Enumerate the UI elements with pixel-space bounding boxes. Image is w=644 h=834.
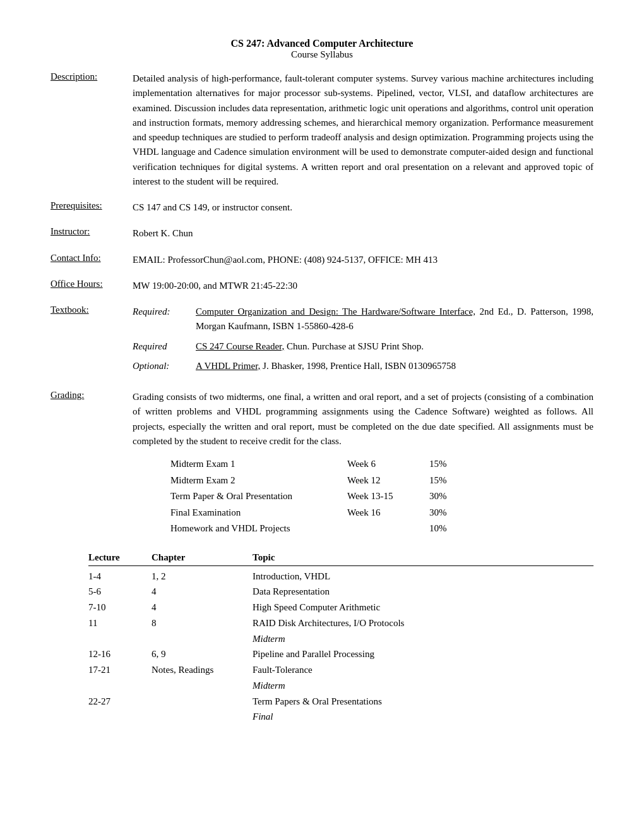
lecture-topic: Midterm (253, 631, 593, 647)
prerequisites-label: Prerequisites: (51, 200, 133, 211)
grading-pct: 10% (429, 521, 461, 537)
lecture-chapter: 8 (152, 615, 253, 631)
lecture-col-header: Lecture (88, 552, 152, 563)
office-hours-text: MW 19:00-20:00, and MTWR 21:45-22:30 (133, 279, 593, 293)
grading-item: Term Paper & Oral Presentation (170, 488, 322, 505)
grading-item: Final Examination (170, 505, 322, 521)
lecture-topic: Pipeline and Parallel Processing (253, 646, 593, 662)
contact-label: Contact Info: (51, 253, 133, 263)
grading-row: Homework and VHDL Projects 10% (170, 521, 593, 537)
textbook-optional-title: A VHDL Primer, (196, 361, 260, 371)
lecture-topic: High Speed Computer Arithmetic (253, 600, 593, 615)
course-subtitle: Course Syllabus (51, 49, 593, 60)
grading-row: Term Paper & Oral Presentation Week 13-1… (170, 488, 593, 505)
instructor-section: Instructor: Robert K. Chun (51, 226, 593, 241)
grading-pct: 15% (429, 473, 461, 489)
textbook-section: Textbook: Required: Computer Organizatio… (51, 305, 593, 378)
textbook-required1-label: Required: (133, 305, 196, 319)
lecture-topic: Midterm (253, 678, 593, 694)
lecture-row: 17-21 Notes, Readings Fault-Tolerance (51, 662, 593, 678)
lecture-row: 12-16 6, 9 Pipeline and Parallel Process… (51, 646, 593, 662)
lecture-topic: Data Representation (253, 584, 593, 600)
textbook-label: Textbook: (51, 305, 133, 315)
lecture-row: 5-6 4 Data Representation (51, 584, 593, 600)
textbook-required2-label: Required (133, 339, 196, 354)
lecture-chapter: 4 (152, 584, 253, 600)
office-hours-section: Office Hours: MW 19:00-20:00, and MTWR 2… (51, 279, 593, 293)
lecture-chapter: Notes, Readings (152, 662, 253, 678)
grading-section: Grading: Grading consists of two midterm… (51, 390, 593, 537)
lecture-section: Lecture Chapter Topic 1-4 1, 2 Introduct… (51, 552, 593, 725)
course-title: CS 247: Advanced Computer Architecture (51, 38, 593, 49)
grading-row: Final Examination Week 16 30% (170, 505, 593, 521)
grading-item: Midterm Exam 2 (170, 473, 322, 489)
grading-week: Week 12 (347, 473, 404, 489)
lecture-row: 11 8 RAID Disk Architectures, I/O Protoc… (51, 615, 593, 631)
lecture-header: Lecture Chapter Topic (51, 552, 593, 563)
grading-pct: 30% (429, 505, 461, 521)
lecture-topic: Term Papers & Oral Presentations (253, 694, 593, 710)
chapter-col-header: Chapter (152, 552, 253, 563)
instructor-text: Robert K. Chun (133, 226, 593, 241)
lecture-num: 17-21 (88, 662, 152, 678)
page-title-block: CS 247: Advanced Computer Architecture C… (51, 38, 593, 60)
grading-week: Week 13-15 (347, 488, 404, 505)
textbook-required2-title: CS 247 Course Reader, (196, 341, 284, 351)
textbook-content: Required: Computer Organization and Desi… (133, 305, 593, 378)
lecture-row: Final (51, 709, 593, 725)
grading-row: Midterm Exam 2 Week 12 15% (170, 473, 593, 489)
lecture-num: 1-4 (88, 569, 152, 584)
description-text: Detailed analysis of high-performance, f… (133, 71, 593, 189)
textbook-required2: Required CS 247 Course Reader, Chun. Pur… (133, 339, 593, 354)
description-label: Description: (51, 71, 133, 82)
grading-text: Grading consists of two midterms, one fi… (133, 390, 593, 449)
lecture-num: 22-27 (88, 694, 152, 710)
textbook-required1: Required: Computer Organization and Desi… (133, 305, 593, 334)
textbook-required2-detail: CS 247 Course Reader, Chun. Purchase at … (196, 339, 593, 354)
contact-section: Contact Info: EMAIL: ProfessorChun@aol.c… (51, 253, 593, 267)
grading-week: Week 16 (347, 505, 404, 521)
lecture-num: 11 (88, 615, 152, 631)
grading-week (347, 521, 404, 537)
grading-item: Homework and VHDL Projects (170, 521, 322, 537)
lecture-rows: 1-4 1, 2 Introduction, VHDL 5-6 4 Data R… (51, 569, 593, 725)
lecture-chapter: 4 (152, 600, 253, 615)
lecture-topic: Final (253, 709, 593, 725)
lecture-row: Midterm (51, 631, 593, 647)
grading-table: Midterm Exam 1 Week 6 15% Midterm Exam 2… (170, 456, 593, 537)
lecture-row: 22-27 Term Papers & Oral Presentations (51, 694, 593, 710)
lecture-num: 5-6 (88, 584, 152, 600)
lecture-row: 1-4 1, 2 Introduction, VHDL (51, 569, 593, 584)
lecture-topic: Introduction, VHDL (253, 569, 593, 584)
lecture-chapter: 1, 2 (152, 569, 253, 584)
textbook-required1-detail: Computer Organization and Design: The Ha… (196, 305, 593, 334)
prerequisites-text: CS 147 and CS 149, or instructor consent… (133, 200, 593, 215)
lecture-topic: Fault-Tolerance (253, 662, 593, 678)
grading-content: Grading consists of two midterms, one fi… (133, 390, 593, 537)
contact-text: EMAIL: ProfessorChun@aol.com, PHONE: (40… (133, 253, 593, 267)
textbook-required1-title: Computer Organization and Design: The Ha… (196, 306, 475, 317)
lecture-row: 7-10 4 High Speed Computer Arithmetic (51, 600, 593, 615)
lecture-num: 12-16 (88, 646, 152, 662)
textbook-optional-extra: J. Bhasker, 1998, Prentice Hall, ISBN 01… (260, 361, 456, 371)
grading-pct: 30% (429, 488, 461, 505)
lecture-topic: RAID Disk Architectures, I/O Protocols (253, 615, 593, 631)
textbook-optional: Optional: A VHDL Primer, J. Bhasker, 199… (133, 359, 593, 373)
description-section: Description: Detailed analysis of high-p… (51, 71, 593, 189)
grading-pct: 15% (429, 456, 461, 473)
grading-row: Midterm Exam 1 Week 6 15% (170, 456, 593, 473)
lecture-num: 7-10 (88, 600, 152, 615)
lecture-divider (88, 565, 593, 566)
topic-col-header: Topic (253, 552, 593, 563)
textbook-optional-detail: A VHDL Primer, J. Bhasker, 1998, Prentic… (196, 359, 593, 373)
lecture-row: Midterm (51, 678, 593, 694)
prerequisites-section: Prerequisites: CS 147 and CS 149, or ins… (51, 200, 593, 215)
office-hours-label: Office Hours: (51, 279, 133, 289)
textbook-required2-extra: Chun. Purchase at SJSU Print Shop. (284, 341, 424, 351)
grading-label: Grading: (51, 390, 133, 401)
lecture-chapter: 6, 9 (152, 646, 253, 662)
grading-item: Midterm Exam 1 (170, 456, 322, 473)
grading-week: Week 6 (347, 456, 404, 473)
textbook-optional-label: Optional: (133, 359, 196, 373)
instructor-label: Instructor: (51, 226, 133, 237)
